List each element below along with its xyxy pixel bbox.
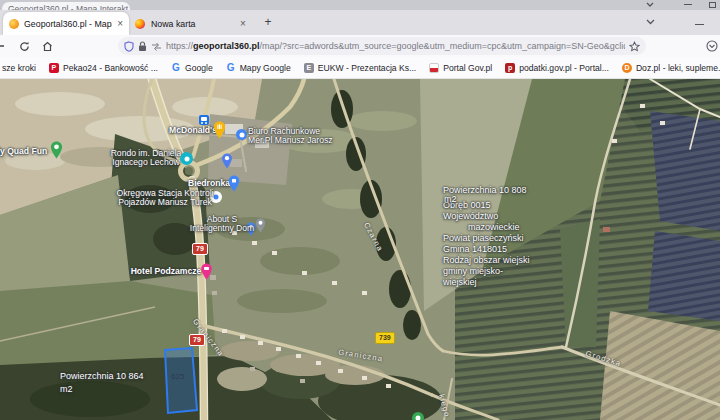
browser-window: Geoportal360.pl - Mapa Interakt Geoporta… — [0, 0, 720, 420]
background-restore-icon[interactable] — [709, 2, 716, 8]
satellite-map-viewport[interactable]: 625 Graniczna Graniczna Czarna Grodzka k… — [0, 79, 720, 420]
poi-label-rondo[interactable]: Rondo im. DanielaIgnacego Lechow — [108, 149, 184, 166]
geoportal-favicon — [9, 19, 19, 29]
background-minimize-icon[interactable] — [684, 4, 692, 5]
podatki-favicon: p — [505, 63, 515, 73]
pekao-favicon: P — [49, 63, 59, 73]
road-shield-739: 739 — [375, 332, 395, 344]
parcel-number: 625 — [171, 372, 185, 381]
biedronka-store-pin-icon[interactable] — [228, 175, 240, 192]
background-window-strip: Geoportal360.pl - Mapa Interakt — [0, 0, 720, 10]
background-tab[interactable]: Geoportal360.pl - Mapa Interakt — [2, 2, 130, 10]
poi-label-about-s[interactable]: About SInteligentny Dom — [184, 215, 260, 232]
bookmark-podatki[interactable]: ppodatki.gov.pl - Portal... — [505, 63, 609, 73]
list-all-tabs-chevron-icon[interactable] — [646, 19, 655, 25]
hotel-pin-icon[interactable] — [200, 263, 213, 280]
road-shield-79-south: 79 — [189, 334, 205, 346]
bookmark-portal-gov[interactable]: Portal Gov.pl — [429, 63, 492, 73]
pocket-save-icon[interactable] — [706, 40, 718, 52]
gov-pl-favicon — [429, 63, 439, 73]
tab-geoportal[interactable]: Geoportal360.pl - Mapa Interakt × — [3, 12, 129, 35]
green-poi-pin-icon[interactable] — [412, 412, 424, 420]
bus-stop-icon[interactable] — [199, 115, 209, 125]
url-bar[interactable]: https://geoportal360.pl/map/?src=adwords… — [118, 37, 646, 55]
bookmark-pierwsze-kroki[interactable]: sze kroki — [2, 63, 36, 73]
firefox-favicon — [135, 19, 145, 29]
container-switch-icon[interactable] — [151, 42, 162, 51]
mcdonalds-fries-pin-icon[interactable] — [213, 121, 226, 139]
google-favicon: G — [171, 63, 181, 73]
biuro-rachunkowe-pin-icon[interactable] — [236, 129, 247, 140]
bookmark-doz[interactable]: DDoz.pl - leki, supleme... — [622, 63, 720, 73]
poi-label-biuro-rachunkowe[interactable]: Biuro RachunkoweMer.Pl Mariusz Jarosz — [248, 127, 333, 144]
poi-label-okregowa-stacja[interactable]: Okręgowa Stacja KontroliPojazdów Mariusz… — [112, 189, 218, 206]
doz-favicon: D — [622, 63, 632, 73]
satellite-terrain: 625 — [0, 79, 720, 420]
blue-poi-pin-icon[interactable] — [221, 153, 233, 169]
tab-geoportal-title: Geoportal360.pl - Mapa Interakt — [24, 19, 112, 29]
bookmark-pekao24[interactable]: PPekao24 - Bankowość ... — [49, 63, 158, 73]
bookmarks-bar: sze kroki PPekao24 - Bankowość ... GGoog… — [0, 57, 720, 79]
bookmark-mapy-google[interactable]: GMapy Google — [226, 63, 291, 73]
google-maps-favicon: G — [226, 63, 236, 73]
new-tab-button[interactable]: + — [260, 14, 276, 30]
minimize-icon[interactable] — [695, 24, 704, 25]
bookmark-google[interactable]: GGoogle — [171, 63, 213, 73]
tab-nowa-karta-close-icon[interactable]: × — [240, 18, 246, 29]
url-text[interactable]: https://geoportal360.pl/map/?src=adwords… — [166, 41, 625, 51]
parcel-info-right: Powierzchnia 10 808 m2 Obręb 0015 Wojewó… — [443, 185, 530, 288]
road-shield-79-north: 79 — [192, 243, 208, 255]
lock-icon[interactable] — [138, 41, 147, 52]
rondo-camera-pin-icon[interactable] — [180, 152, 193, 165]
tracking-shield-icon[interactable] — [124, 41, 134, 52]
tab-nowa-karta-title: Nowa karta — [151, 19, 251, 29]
eukw-eagle-favicon: E — [304, 63, 314, 73]
home-icon[interactable] — [39, 38, 55, 54]
poi-label-hotel-podzamcze[interactable]: Hotel Podzamcze — [128, 267, 204, 276]
navigation-toolbar: https://geoportal360.pl/map/?src=adwords… — [0, 35, 720, 57]
tab-nowa-karta[interactable]: Nowa karta — [131, 14, 255, 34]
poi-label-biedronka[interactable]: Biedronka — [188, 179, 230, 188]
parcel-info-left: Powierzchnia 10 864 m2 — [60, 370, 144, 396]
bookmark-eukw[interactable]: EEUKW - Prezentacja Ks... — [304, 63, 416, 73]
poi-label-quad-fun[interactable]: dy Quad Fun — [0, 147, 56, 156]
back-icon[interactable] — [0, 38, 7, 54]
quad-fun-pin-icon[interactable] — [50, 141, 63, 159]
reload-icon[interactable] — [16, 38, 32, 54]
background-tabs-chevron-icon[interactable] — [646, 2, 654, 8]
tab-close-icon[interactable]: × — [117, 18, 123, 29]
tab-bar: Geoportal360.pl - Mapa Interakt × Nowa k… — [0, 10, 720, 35]
bookmark-star-icon[interactable] — [629, 41, 640, 52]
